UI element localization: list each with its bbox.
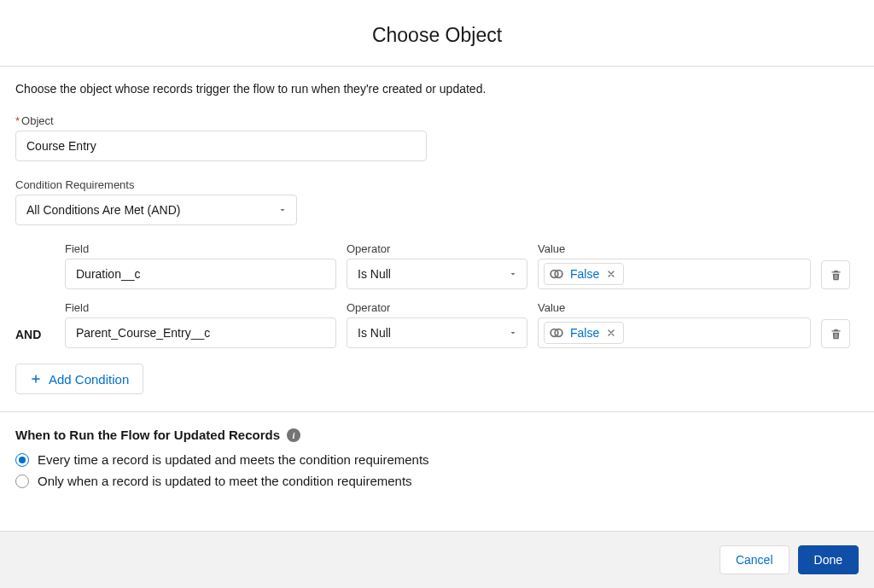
modal-title: Choose Object xyxy=(17,24,857,47)
chevron-down-icon xyxy=(508,269,518,279)
col-trash xyxy=(821,319,852,348)
radio-option-only-when[interactable]: Only when a record is updated to meet th… xyxy=(15,474,859,488)
value-label: Value xyxy=(538,301,811,314)
condition-req-value: All Conditions Are Met (AND) xyxy=(26,203,181,217)
value-pill[interactable]: False xyxy=(544,322,624,344)
when-heading-text: When to Run the Flow for Updated Records xyxy=(15,428,280,442)
value-pill[interactable]: False xyxy=(544,263,624,285)
condition-req-combobox[interactable]: All Conditions Are Met (AND) xyxy=(15,195,297,225)
col-operator: Operator Is Null xyxy=(347,301,527,348)
object-label: *Object xyxy=(15,114,859,127)
section-divider xyxy=(0,411,874,412)
col-field: Field Parent_Course_Entry__c xyxy=(65,301,336,348)
field-label: Field xyxy=(65,301,336,314)
logic-cell-and: AND xyxy=(15,328,55,348)
condition-req-label: Condition Requirements xyxy=(15,178,859,191)
modal-body: Choose the object whose records trigger … xyxy=(0,66,874,532)
col-field: Field Duration__c xyxy=(65,242,336,289)
value-input[interactable]: False xyxy=(538,317,811,348)
operator-select[interactable]: Is Null xyxy=(347,259,527,289)
col-value: Value False xyxy=(538,242,811,289)
radio-option-every-time[interactable]: Every time a record is updated and meets… xyxy=(15,452,859,467)
field-label: Field xyxy=(65,242,336,255)
value-label: Value xyxy=(538,242,811,255)
done-button[interactable]: Done xyxy=(798,545,859,574)
modal-header: Choose Object xyxy=(0,0,874,66)
choose-object-modal: Choose Object Choose the object whose re… xyxy=(0,0,874,588)
value-input[interactable]: False xyxy=(538,259,811,289)
trash-icon xyxy=(830,269,842,282)
boolean-icon xyxy=(548,324,565,341)
logic-cell-empty xyxy=(15,282,55,289)
plus-icon xyxy=(30,373,42,385)
radio-group: Every time a record is updated and meets… xyxy=(15,452,859,488)
when-to-run-heading: When to Run the Flow for Updated Records… xyxy=(15,428,859,442)
operator-select[interactable]: Is Null xyxy=(347,317,527,348)
object-value: Course Entry xyxy=(26,139,96,153)
field-input[interactable]: Duration__c xyxy=(65,259,336,289)
operator-value: Is Null xyxy=(358,326,391,340)
cancel-button[interactable]: Cancel xyxy=(720,545,790,574)
trash-icon xyxy=(830,328,842,341)
object-combobox[interactable]: Course Entry xyxy=(15,131,427,161)
radio-label: Every time a record is updated and meets… xyxy=(38,452,429,467)
radio-icon-unchecked xyxy=(15,474,29,488)
chevron-down-icon xyxy=(277,205,288,215)
condition-req-row: Condition Requirements All Conditions Ar… xyxy=(15,178,859,225)
value-text: False xyxy=(568,326,601,340)
operator-label: Operator xyxy=(347,301,527,314)
radio-label: Only when a record is updated to meet th… xyxy=(38,474,412,488)
field-input[interactable]: Parent_Course_Entry__c xyxy=(65,317,336,348)
radio-icon-checked xyxy=(15,453,29,467)
condition-row: Field Duration__c Operator Is Null xyxy=(15,242,859,289)
boolean-icon xyxy=(548,265,565,282)
object-label-text: Object xyxy=(21,114,54,127)
field-value: Duration__c xyxy=(76,267,141,281)
required-asterisk: * xyxy=(15,114,20,127)
col-trash xyxy=(821,260,852,289)
close-icon[interactable] xyxy=(604,267,618,281)
field-value: Parent_Course_Entry__c xyxy=(76,326,210,340)
delete-condition-button[interactable] xyxy=(821,260,850,289)
delete-condition-button[interactable] xyxy=(821,319,850,348)
operator-label: Operator xyxy=(347,242,527,255)
chevron-down-icon xyxy=(508,328,518,338)
add-condition-button[interactable]: Add Condition xyxy=(15,364,143,394)
object-field-row: *Object Course Entry xyxy=(15,114,859,161)
operator-value: Is Null xyxy=(358,267,391,281)
col-value: Value False xyxy=(538,301,811,348)
modal-footer: Cancel Done xyxy=(0,532,874,588)
add-condition-label: Add Condition xyxy=(49,372,129,387)
condition-row: AND Field Parent_Course_Entry__c Operato… xyxy=(15,301,859,348)
col-operator: Operator Is Null xyxy=(347,242,527,289)
info-icon[interactable]: i xyxy=(287,428,300,442)
close-icon[interactable] xyxy=(604,326,618,340)
helper-text: Choose the object whose records trigger … xyxy=(15,82,859,96)
condition-rows: Field Duration__c Operator Is Null xyxy=(15,242,859,348)
value-text: False xyxy=(568,267,601,281)
